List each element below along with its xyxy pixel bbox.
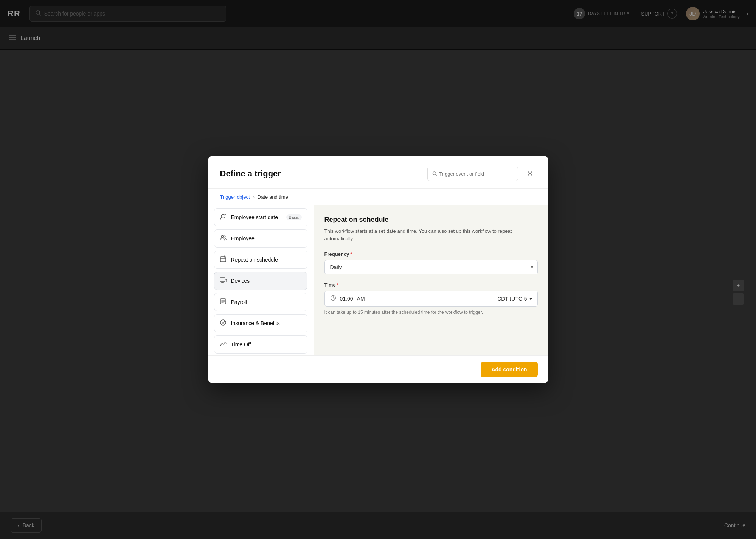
frequency-required-star: * <box>350 251 352 257</box>
svg-point-10 <box>221 235 224 238</box>
time-required-star: * <box>337 282 339 288</box>
trigger-detail-panel: Repeat on schedule This workflow starts … <box>314 205 548 355</box>
devices-label: Devices <box>231 278 250 284</box>
frequency-field-group: Frequency * Daily Weekly Monthly Yearly … <box>324 251 538 274</box>
repeat-schedule-label: Repeat on schedule <box>231 257 278 263</box>
time-label: Time * <box>324 282 538 288</box>
define-trigger-modal: Define a trigger ✕ Trigger object › Date… <box>208 156 548 383</box>
modal-body: Employee start date Basic Employee <box>208 205 548 355</box>
modal-footer: Add condition <box>208 355 548 383</box>
timezone-chevron-icon: ▾ <box>529 296 532 302</box>
trigger-search-input[interactable] <box>439 171 513 177</box>
list-item[interactable]: Payroll <box>214 293 307 311</box>
breadcrumb-current: Date and time <box>258 194 288 200</box>
modal-header: Define a trigger ✕ <box>208 156 548 189</box>
devices-icon <box>220 277 227 285</box>
modal-header-right: ✕ <box>427 167 536 181</box>
svg-rect-19 <box>225 279 227 282</box>
employee-label: Employee <box>231 235 255 241</box>
time-off-label: Time Off <box>231 341 251 347</box>
trigger-list: Employee start date Basic Employee <box>208 205 314 355</box>
list-item[interactable]: Employee <box>214 229 307 248</box>
breadcrumb: Trigger object › Date and time <box>208 189 548 205</box>
list-item[interactable]: Devices <box>214 272 307 290</box>
clock-icon <box>330 295 336 302</box>
svg-point-24 <box>220 320 226 325</box>
employee-icon <box>220 234 227 243</box>
list-item[interactable]: Repeat on schedule <box>214 251 307 269</box>
payroll-label: Payroll <box>231 299 247 305</box>
employee-start-date-label: Employee start date <box>231 214 278 220</box>
modal-search-container[interactable] <box>427 167 518 181</box>
modal-title: Define a trigger <box>220 169 281 179</box>
add-condition-button[interactable]: Add condition <box>481 362 537 377</box>
time-hint-text: It can take up to 15 minutes after the s… <box>324 310 538 315</box>
list-item[interactable]: Time Off <box>214 335 307 354</box>
time-off-icon <box>220 340 227 349</box>
time-period[interactable]: AM <box>357 296 365 302</box>
modal-search-icon <box>432 171 437 176</box>
timezone-value: CDT (UTC-5 <box>497 296 527 302</box>
frequency-label: Frequency * <box>324 251 538 257</box>
time-value: 01:00 <box>340 296 353 302</box>
close-button[interactable]: ✕ <box>524 168 536 180</box>
time-input-row[interactable]: 01:00 AM CDT (UTC-5 ▾ <box>324 291 538 307</box>
employee-start-date-icon <box>220 213 227 221</box>
insurance-benefits-label: Insurance & Benefits <box>231 320 280 326</box>
breadcrumb-separator: › <box>253 194 255 200</box>
svg-line-6 <box>435 174 436 176</box>
svg-rect-16 <box>220 278 225 282</box>
svg-rect-12 <box>220 257 226 262</box>
timezone-select[interactable]: CDT (UTC-5 ▾ <box>497 296 532 302</box>
breadcrumb-trigger-link[interactable]: Trigger object <box>220 194 250 200</box>
panel-title: Repeat on schedule <box>324 216 538 224</box>
svg-point-11 <box>224 236 225 237</box>
svg-line-27 <box>333 298 334 299</box>
list-item[interactable]: Employee start date Basic <box>214 208 307 226</box>
list-item[interactable]: Insurance & Benefits <box>214 314 307 332</box>
time-field-group: Time * 01:00 AM CDT (UTC-5 <box>324 282 538 315</box>
frequency-select-wrapper[interactable]: Daily Weekly Monthly Yearly ▾ <box>324 260 538 274</box>
insurance-benefits-icon <box>220 319 227 327</box>
panel-description: This workflow starts at a set date and t… <box>324 227 538 242</box>
repeat-schedule-icon <box>220 255 227 264</box>
frequency-select[interactable]: Daily Weekly Monthly Yearly <box>324 260 538 274</box>
payroll-icon <box>220 298 227 306</box>
employee-start-date-badge: Basic <box>286 214 302 220</box>
